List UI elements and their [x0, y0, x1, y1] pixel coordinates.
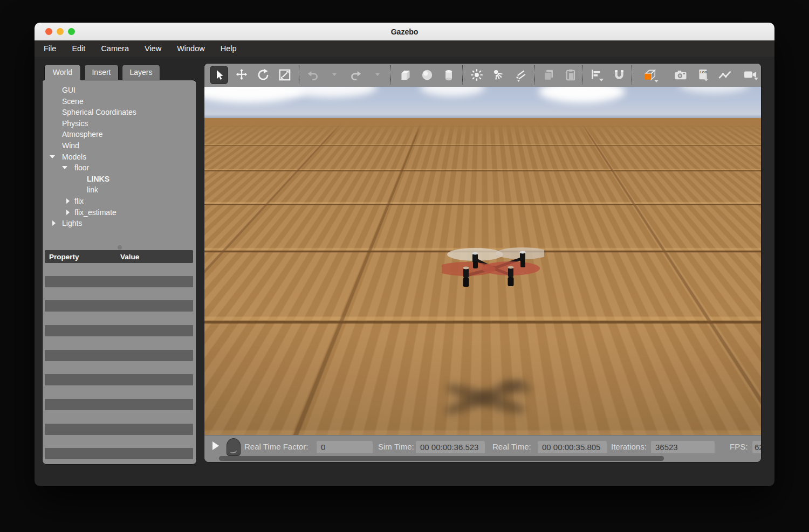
- iterations-value: 36523: [651, 441, 715, 453]
- property-table-header: Property Value: [45, 250, 193, 263]
- front-right-motor: [508, 268, 513, 277]
- tree-item-links[interactable]: LINKS: [43, 174, 196, 185]
- paste-button[interactable]: [561, 66, 580, 84]
- toolbar-separator: [299, 65, 299, 85]
- undo-icon: [306, 68, 320, 82]
- toolbar-separator: [534, 65, 535, 85]
- step-icon: [229, 448, 237, 454]
- snap-button[interactable]: [610, 66, 628, 84]
- redo-button[interactable]: [348, 66, 364, 84]
- insert-box-button[interactable]: [396, 66, 415, 84]
- chevron-right-icon[interactable]: [66, 198, 70, 204]
- iterations-label: Iterations:: [611, 442, 647, 451]
- tree-item-models[interactable]: Models: [43, 151, 196, 163]
- step-button[interactable]: [227, 438, 241, 456]
- toolbar-separator: [390, 65, 391, 85]
- rotate-tool-button[interactable]: [254, 66, 272, 84]
- window-title: Gazebo: [391, 27, 419, 36]
- workspace: LOG: [204, 63, 762, 462]
- scene-viewport[interactable]: [204, 87, 761, 436]
- menu-camera[interactable]: Camera: [101, 44, 129, 53]
- menu-window[interactable]: Window: [177, 44, 205, 53]
- sidebar: World Insert Layers GUI Scene Spherical …: [42, 64, 198, 466]
- front-right-leg: [508, 277, 514, 286]
- sphere-icon: [420, 68, 434, 82]
- screenshot-button[interactable]: [671, 66, 690, 84]
- chevron-right-icon[interactable]: [66, 210, 70, 215]
- move-icon: [235, 68, 249, 82]
- menu-help[interactable]: Help: [221, 44, 237, 53]
- insert-sphere-button[interactable]: [418, 66, 436, 84]
- minimize-button[interactable]: [57, 28, 64, 35]
- camera-icon: [673, 68, 688, 82]
- tree-item-gui[interactable]: GUI: [43, 85, 196, 96]
- tree-item-wind[interactable]: Wind: [43, 140, 196, 151]
- undo-history-dropdown[interactable]: [332, 73, 337, 76]
- copy-icon: [542, 68, 556, 82]
- directional-light-button[interactable]: [511, 66, 529, 84]
- align-button[interactable]: [587, 66, 606, 84]
- tree-item-link[interactable]: link: [43, 184, 196, 196]
- view-angle-button[interactable]: [638, 66, 662, 84]
- play-button[interactable]: [212, 441, 219, 450]
- real-time-factor-label: Real Time Factor:: [244, 442, 308, 451]
- front-left-leg: [463, 278, 469, 287]
- splitter-handle[interactable]: [118, 245, 122, 250]
- table-row: [45, 424, 193, 435]
- horizontal-scrollbar[interactable]: [219, 456, 664, 461]
- table-row: [45, 350, 193, 361]
- view-angle-dropdown[interactable]: [654, 80, 659, 82]
- tab-layers[interactable]: Layers: [122, 64, 160, 80]
- table-row: [45, 300, 193, 312]
- flix-drone-model[interactable]: [442, 245, 544, 296]
- close-button[interactable]: [45, 28, 52, 35]
- tree-item-floor[interactable]: floor: [43, 162, 196, 174]
- undo-button[interactable]: [305, 66, 321, 84]
- plot-button[interactable]: [716, 66, 734, 84]
- tree-item-scene[interactable]: Scene: [43, 96, 196, 107]
- tree-item-spherical-coordinates[interactable]: Spherical Coordinates: [43, 107, 196, 118]
- point-light-button[interactable]: [468, 66, 486, 84]
- sim-time-label: Sim Time:: [378, 442, 414, 451]
- traffic-lights: [45, 23, 75, 40]
- translate-tool-button[interactable]: [232, 66, 251, 84]
- chevron-down-icon[interactable]: [62, 166, 67, 169]
- log-data-button[interactable]: LOG: [694, 66, 712, 84]
- table-row: [45, 276, 193, 287]
- title-bar[interactable]: Gazebo: [35, 23, 774, 41]
- copy-button[interactable]: [540, 66, 558, 84]
- status-bar: Real Time Factor: 0 Sim Time: 00 00:00:3…: [204, 435, 761, 462]
- toolbar-separator: [632, 65, 632, 85]
- record-dropdown[interactable]: [754, 78, 758, 80]
- scale-tool-button[interactable]: [276, 66, 294, 84]
- zoom-button[interactable]: [68, 28, 75, 35]
- toolbar: LOG: [204, 64, 761, 87]
- record-video-button[interactable]: [739, 66, 761, 84]
- redo-history-dropdown[interactable]: [375, 73, 380, 76]
- magnet-icon: [612, 68, 626, 82]
- value-column-header: Value: [120, 253, 139, 261]
- spot-light-button[interactable]: [489, 66, 508, 84]
- insert-cylinder-button[interactable]: [440, 66, 458, 84]
- menu-view[interactable]: View: [145, 44, 161, 53]
- rear-left-leg: [473, 261, 478, 268]
- tab-world[interactable]: World: [44, 64, 81, 80]
- tree-item-flix-estimate[interactable]: flix_estimate: [43, 207, 196, 218]
- table-row: [45, 374, 193, 385]
- cylinder-icon: [442, 68, 456, 82]
- menu-edit[interactable]: Edit: [72, 44, 85, 53]
- select-tool-button[interactable]: [210, 66, 228, 84]
- chevron-right-icon[interactable]: [52, 220, 56, 226]
- tree-item-physics[interactable]: Physics: [43, 118, 196, 129]
- tree-item-atmosphere[interactable]: Atmosphere: [43, 129, 196, 140]
- redo-icon: [349, 68, 363, 82]
- tree-item-flix[interactable]: flix: [43, 196, 196, 207]
- menu-file[interactable]: File: [44, 44, 56, 53]
- tab-insert[interactable]: Insert: [84, 64, 119, 80]
- align-dropdown[interactable]: [599, 79, 604, 81]
- chevron-down-icon[interactable]: [50, 155, 55, 158]
- line-chart-icon: [717, 68, 732, 82]
- log-file-icon: LOG: [696, 67, 711, 82]
- tree-item-lights[interactable]: Lights: [43, 218, 196, 229]
- table-row: [45, 325, 193, 336]
